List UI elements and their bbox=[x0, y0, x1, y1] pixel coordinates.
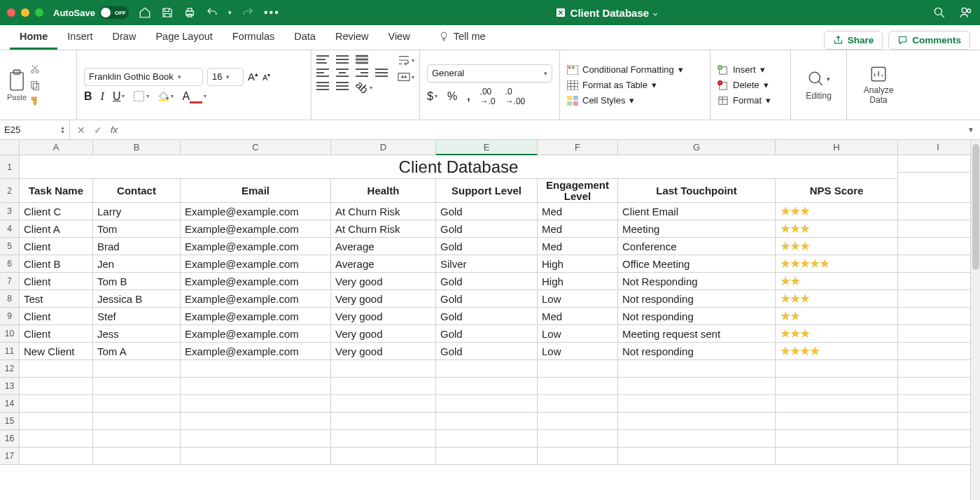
cell-touchpoint[interactable]: Meeting request sent bbox=[618, 325, 776, 343]
cell[interactable] bbox=[618, 378, 776, 395]
cell[interactable] bbox=[776, 378, 898, 395]
border-button[interactable]: ▾ bbox=[133, 90, 149, 102]
cell-nps[interactable]: ★★ bbox=[776, 308, 898, 325]
autosave-switch[interactable]: OFF bbox=[99, 6, 129, 19]
cell[interactable] bbox=[436, 360, 538, 378]
format-cells-button[interactable]: Format▾ bbox=[718, 95, 783, 106]
cell-contact[interactable]: Tom bbox=[93, 220, 181, 238]
cell-contact[interactable]: Jen bbox=[93, 255, 181, 273]
table-header[interactable]: Contact bbox=[93, 179, 181, 203]
cell[interactable] bbox=[898, 308, 979, 325]
maximize-window-icon[interactable] bbox=[35, 8, 43, 17]
row-header[interactable]: 9 bbox=[0, 308, 20, 325]
minimize-window-icon[interactable] bbox=[21, 8, 29, 17]
undo-dropdown-icon[interactable]: ▾ bbox=[228, 9, 232, 16]
cell[interactable] bbox=[20, 430, 93, 448]
cell-email[interactable]: Example@example.com bbox=[181, 290, 331, 308]
cell[interactable] bbox=[436, 378, 538, 395]
cell[interactable] bbox=[898, 378, 979, 395]
cell[interactable] bbox=[898, 203, 979, 220]
insert-cells-button[interactable]: Insert▾ bbox=[718, 64, 783, 75]
table-header[interactable]: Engagement Level bbox=[538, 179, 618, 203]
cut-icon[interactable] bbox=[29, 64, 41, 75]
select-all-corner[interactable] bbox=[0, 140, 20, 155]
cell-contact[interactable]: Jessica B bbox=[93, 290, 181, 308]
cell-touchpoint[interactable]: Conference bbox=[618, 238, 776, 255]
fill-color-button[interactable]: ▾ bbox=[158, 91, 174, 101]
cell[interactable] bbox=[20, 448, 93, 465]
cell[interactable] bbox=[331, 413, 436, 430]
cell-nps[interactable]: ★★★ bbox=[776, 203, 898, 220]
merge-icon[interactable] bbox=[375, 68, 388, 78]
tell-me[interactable]: Tell me bbox=[428, 25, 496, 50]
cell[interactable] bbox=[93, 413, 181, 430]
cell-task[interactable]: Client bbox=[20, 325, 93, 343]
home-icon[interactable] bbox=[139, 6, 151, 19]
cell[interactable] bbox=[898, 360, 979, 378]
cell[interactable] bbox=[93, 448, 181, 465]
col-header-G[interactable]: G bbox=[618, 140, 776, 155]
cell[interactable] bbox=[20, 413, 93, 430]
cell[interactable] bbox=[93, 378, 181, 395]
cell[interactable] bbox=[181, 413, 331, 430]
decrease-font-icon[interactable]: A▾ bbox=[262, 72, 270, 82]
cell-health[interactable]: Very good bbox=[331, 290, 436, 308]
format-as-table-button[interactable]: Format as Table▾ bbox=[567, 80, 703, 90]
name-box-stepper-icon[interactable]: ▲▼ bbox=[60, 126, 65, 134]
sheet-title[interactable]: Client Database bbox=[20, 155, 898, 179]
cell-health[interactable]: Very good bbox=[331, 343, 436, 360]
cell[interactable] bbox=[898, 448, 979, 465]
cell-contact[interactable]: Tom B bbox=[93, 273, 181, 290]
cell[interactable] bbox=[898, 155, 979, 173]
table-header[interactable]: NPS Score bbox=[776, 179, 898, 203]
cell[interactable] bbox=[538, 378, 618, 395]
cell[interactable] bbox=[181, 448, 331, 465]
cancel-formula-icon[interactable]: ✕ bbox=[77, 124, 85, 136]
cell[interactable] bbox=[93, 360, 181, 378]
cell[interactable] bbox=[181, 430, 331, 448]
cell-task[interactable]: Client A bbox=[20, 220, 93, 238]
cell[interactable] bbox=[776, 448, 898, 465]
cell[interactable] bbox=[898, 220, 979, 238]
col-header-H[interactable]: H bbox=[776, 140, 898, 155]
cell-support[interactable]: Gold bbox=[436, 308, 538, 325]
cell-health[interactable]: Very good bbox=[331, 273, 436, 290]
row-header[interactable]: 5 bbox=[0, 238, 20, 255]
increase-indent-icon[interactable] bbox=[336, 81, 349, 91]
cell-contact[interactable]: Jess bbox=[93, 325, 181, 343]
cell[interactable] bbox=[181, 378, 331, 395]
cell-email[interactable]: Example@example.com bbox=[181, 203, 331, 220]
cell[interactable] bbox=[538, 413, 618, 430]
account-icon[interactable] bbox=[959, 6, 973, 20]
cell-health[interactable]: At Churn Risk bbox=[331, 220, 436, 238]
cell[interactable] bbox=[20, 360, 93, 378]
col-header-F[interactable]: F bbox=[538, 140, 618, 155]
tab-insert[interactable]: Insert bbox=[57, 25, 102, 50]
cell[interactable] bbox=[538, 395, 618, 413]
cell-touchpoint[interactable]: Not responding bbox=[618, 290, 776, 308]
print-icon[interactable] bbox=[183, 6, 196, 19]
cell[interactable] bbox=[898, 413, 979, 430]
cell[interactable] bbox=[93, 395, 181, 413]
cell-contact[interactable]: Stef bbox=[93, 308, 181, 325]
font-name-select[interactable]: Franklin Gothic Book▾ bbox=[84, 68, 203, 86]
cell-touchpoint[interactable]: Not responding bbox=[618, 343, 776, 360]
worksheet[interactable]: ABCDEFGHI 1Client Database2Task NameCont… bbox=[0, 140, 980, 500]
cell[interactable] bbox=[776, 395, 898, 413]
cell-engagement[interactable]: Low bbox=[538, 343, 618, 360]
delete-cells-button[interactable]: Delete▾ bbox=[718, 80, 783, 90]
cell[interactable] bbox=[20, 378, 93, 395]
tab-review[interactable]: Review bbox=[326, 25, 379, 50]
align-bottom-icon[interactable] bbox=[356, 55, 368, 64]
cell-engagement[interactable]: Med bbox=[538, 203, 618, 220]
col-header-A[interactable]: A bbox=[20, 140, 93, 155]
tab-view[interactable]: View bbox=[378, 25, 419, 50]
cell-engagement[interactable]: Low bbox=[538, 325, 618, 343]
cell[interactable] bbox=[436, 413, 538, 430]
cell[interactable] bbox=[898, 238, 979, 255]
cell-health[interactable]: Very good bbox=[331, 325, 436, 343]
save-icon[interactable] bbox=[161, 6, 174, 19]
cell-touchpoint[interactable]: Meeting bbox=[618, 220, 776, 238]
cell[interactable] bbox=[331, 378, 436, 395]
row-header[interactable]: 13 bbox=[0, 378, 20, 395]
